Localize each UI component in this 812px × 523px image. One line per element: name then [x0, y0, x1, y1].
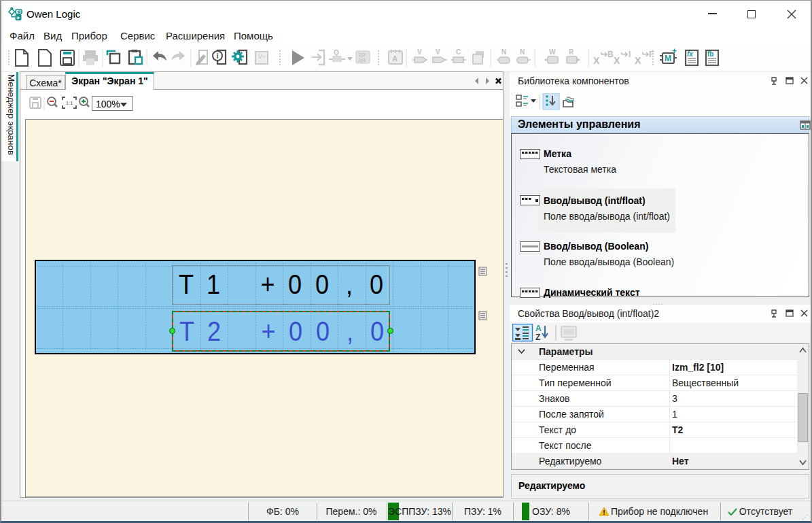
svg-text:X: X	[593, 55, 600, 66]
svg-text:N: N	[501, 48, 506, 56]
svg-text:i: i	[217, 52, 219, 60]
svg-text:I: I	[629, 50, 631, 59]
svg-text:»: »	[16, 14, 20, 21]
svg-text:Z: Z	[535, 333, 540, 342]
svg-text:W: W	[549, 48, 556, 56]
svg-text:F: F	[649, 50, 654, 59]
svg-text:1:1: 1:1	[66, 100, 73, 106]
svg-text:X: X	[635, 55, 641, 66]
svg-text:A: A	[535, 324, 542, 333]
svg-text:+: +	[672, 46, 677, 56]
svg-text:C: C	[456, 48, 461, 56]
svg-text:V: V	[436, 48, 440, 56]
svg-text:3|4: 3|4	[358, 57, 366, 63]
svg-text:R: R	[569, 48, 574, 56]
svg-text:fx: fx	[687, 50, 693, 58]
svg-text:N: N	[520, 48, 525, 56]
svg-text:Q: Q	[334, 49, 339, 56]
svg-text:V: V	[417, 48, 422, 56]
svg-text:X: X	[614, 55, 620, 66]
svg-text:M: M	[665, 54, 671, 63]
svg-text:A: A	[392, 54, 398, 63]
svg-text:B: B	[607, 50, 614, 59]
svg-text:fb: fb	[707, 50, 713, 58]
svg-text:V=: V=	[258, 53, 266, 60]
